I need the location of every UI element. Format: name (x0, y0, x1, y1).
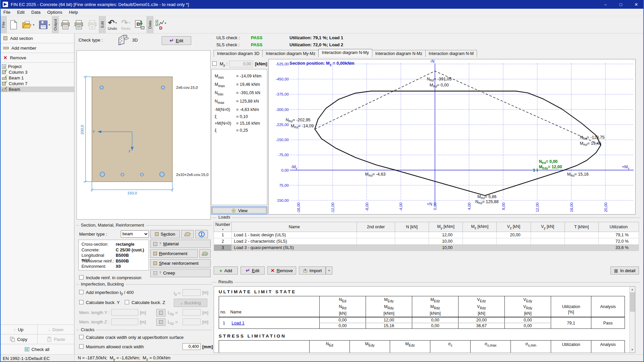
check-type-edit-button[interactable]: ↵ Edit (162, 36, 191, 45)
edit-label: Edit (176, 38, 183, 43)
copy-button[interactable]: Copy (0, 335, 37, 344)
tab-interaction-diagram-3d[interactable]: Interaction diagram 3D (214, 50, 263, 57)
load-import-button[interactable]: Import (299, 266, 326, 275)
add-member-button[interactable]: Add member (0, 43, 74, 53)
results-panel: ULTIMATE LIMIT STATE no.NameNEdNRd[kN]ME… (214, 286, 635, 353)
in-detail-button[interactable]: ▦In detail (610, 266, 639, 275)
tab-interaction-diagram-my-mz[interactable]: Interaction diagram My-Mz (262, 50, 319, 57)
load-row[interactable]: 3Load 3 - quasi-permanent (SLS)10,0033,6… (214, 245, 639, 251)
save-button[interactable]: ▾ (37, 16, 52, 33)
remove-button[interactable]: ✕ Remove (0, 53, 74, 63)
mem-y-table-button[interactable] (156, 309, 165, 316)
scrollbar-thumb[interactable] (630, 292, 635, 312)
loads-col-header[interactable]: 2nd order (357, 222, 395, 232)
load-import-dropdown[interactable]: ▾ (326, 266, 332, 275)
loads-col-header[interactable]: Number ▴ (214, 222, 232, 232)
minimize-button[interactable]: – (598, 0, 613, 9)
max-crack-checkbox[interactable] (79, 344, 84, 350)
up-button[interactable]: ↑Up (0, 325, 37, 334)
steel-section-button[interactable] (195, 230, 208, 238)
print-button[interactable] (59, 16, 72, 33)
toolbar-output-group: Output (52, 16, 59, 33)
loads-col-header[interactable]: Vz [kN] (497, 222, 531, 232)
calc-buckling-z-checkbox[interactable] (125, 300, 129, 305)
load-row[interactable]: 1Load 1 - basic design (ULS)12,0020,0079… (214, 232, 639, 238)
save-dropdown-icon[interactable]: ▾ (49, 23, 50, 26)
section-info-box: Cross-section:rectangleConcrete:C 25/30 … (78, 240, 149, 270)
load-edit-button[interactable]: ↵Edit (240, 266, 265, 275)
crack-surface-checkbox[interactable] (79, 335, 84, 340)
open-dropdown-icon[interactable]: ▾ (33, 23, 35, 26)
loads-col-header[interactable]: Utilization (598, 222, 639, 232)
tree-item-column-7[interactable]: ✓Column 7 (0, 81, 74, 86)
diagram-options-button[interactable]: ▾ D (153, 16, 168, 33)
uls-utilization-value: 79,1 (551, 317, 591, 329)
add-imperfection-checkbox[interactable] (79, 290, 84, 295)
add-section-button[interactable]: Add section (0, 34, 74, 43)
svg-text:150,00: 150,00 (277, 198, 289, 202)
menu-data[interactable]: Data (28, 9, 44, 15)
new-button[interactable] (7, 16, 20, 33)
member-type-select[interactable]: beam (121, 230, 149, 238)
mem-z-table-button[interactable] (156, 318, 165, 326)
section-icon (155, 232, 159, 236)
mem-length-z-input (111, 318, 138, 325)
open-button[interactable]: ▾ (20, 16, 37, 33)
tab-interaction-diagram-n-m[interactable]: Interaction diagram N-M (425, 50, 477, 57)
menu-edit[interactable]: Edit (14, 9, 28, 15)
menu-help[interactable]: Help (66, 9, 82, 15)
include-reinf-checkbox[interactable] (79, 275, 84, 281)
edit-return-icon: ↵ (170, 38, 174, 44)
section-shape-button[interactable] (181, 230, 194, 238)
shear-reinforcement-icon (153, 261, 157, 265)
print-preview-button[interactable] (72, 16, 86, 33)
tree-item-column-3[interactable]: ✓Column 3 (0, 69, 74, 75)
uls-col-header: MEdzMRdz[kNm] (412, 296, 459, 317)
results-scrollbar[interactable]: ▲ ▼ (629, 287, 635, 353)
loads-col-header[interactable]: N [kN] (395, 222, 429, 232)
shear-reinforcement-button[interactable]: Shear reinforcement (150, 259, 211, 267)
tree-item-beam[interactable]: ✓Beam (0, 86, 74, 92)
check-all-button[interactable]: Check all (0, 344, 74, 354)
reinforcement-button[interactable]: Reinforcement (150, 249, 198, 258)
undo-button[interactable]: ↶▾ Undo (106, 16, 119, 33)
loads-col-header[interactable]: Vy [kN] (531, 222, 565, 232)
send-data-button[interactable]: B (132, 16, 147, 33)
tree-item-label: Beam 1 (9, 75, 24, 80)
max-crack-unit: [mm] (202, 344, 213, 349)
tab-interaction-diagram-n-my[interactable]: Interaction diagram N-My (318, 49, 372, 57)
menu-file[interactable]: File (0, 9, 14, 15)
maximize-button[interactable]: □ (613, 0, 629, 9)
interaction-diagram-n-my[interactable]: -525,00-450,00-375,00-300,00-225,00-150,… (269, 59, 635, 214)
loads-col-header[interactable]: My [kNm] (429, 222, 463, 232)
close-button[interactable]: ✕ (629, 0, 644, 9)
loads-col-header[interactable]: Name (232, 222, 357, 232)
tree-item-project[interactable]: Project (0, 64, 74, 69)
section-icon (3, 36, 7, 40)
max-crack-input[interactable] (182, 343, 201, 350)
calc-buckling-y-checkbox[interactable] (79, 300, 84, 305)
load-detail-link[interactable]: Load 1 (232, 321, 245, 325)
import-dropdown-icon: ▾ (328, 269, 330, 272)
stress-col-header: MEdy (350, 341, 390, 353)
menu-options[interactable]: Options (44, 9, 66, 15)
loads-col-header[interactable]: T [kNm] (565, 222, 598, 232)
undo-dropdown-icon[interactable]: ▾ (115, 21, 117, 24)
diagram-dropdown-icon[interactable]: ▾ (165, 21, 166, 25)
tree-item-beam-1[interactable]: ✓Beam 1 (0, 75, 74, 81)
load-add-button[interactable]: +Add (214, 266, 238, 275)
loads-col-header[interactable]: Mz [kNm] (463, 222, 497, 232)
beam-checked-icon: ✓ (2, 76, 7, 80)
reinforcement-editor-button[interactable] (199, 249, 211, 258)
creep-button[interactable]: ?Creep (150, 269, 211, 277)
material-button[interactable]: ?Material (150, 240, 211, 248)
view-button[interactable]: View (211, 206, 267, 215)
tab-interaction-diagram-n-mz[interactable]: Interaction diagram N-Mz (372, 50, 426, 57)
load-row[interactable]: 2Load 2 - characteristic (SLS)10,0072,0 … (214, 238, 639, 245)
mz-checkbox[interactable] (212, 61, 217, 67)
loads-table[interactable]: Number ▴Name2nd orderN [kN]My [kNm]Mz [k… (214, 222, 639, 251)
load-remove-button[interactable]: ✕Remove (267, 266, 296, 275)
section-button[interactable]: Section (150, 230, 180, 238)
toolbar-file-tab[interactable]: File (0, 16, 7, 33)
send-data-icon: B (135, 20, 145, 30)
